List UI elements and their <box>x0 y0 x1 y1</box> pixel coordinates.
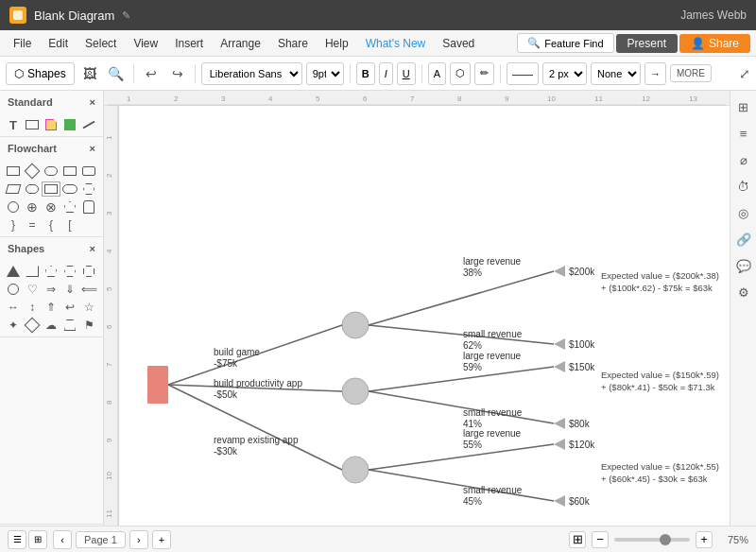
fc-hex[interactable] <box>81 181 96 197</box>
zoom-fit-btn[interactable]: ⊞ <box>569 531 586 548</box>
fc-rect2[interactable] <box>62 164 77 179</box>
rt-btn-2[interactable]: ≡ <box>733 123 754 144</box>
edit-icon[interactable]: ✎ <box>122 9 130 22</box>
line-shape[interactable] <box>81 117 96 132</box>
fc-circle[interactable] <box>6 199 21 215</box>
arrow-dir-btn[interactable]: → <box>644 62 666 85</box>
fc-rounded[interactable] <box>43 164 59 179</box>
menu-saved[interactable]: Saved <box>435 34 482 53</box>
fc-bracebrace[interactable]: { <box>43 217 59 233</box>
green-shape[interactable] <box>62 117 77 132</box>
image-insert-btn[interactable]: 🖼 <box>78 62 101 85</box>
sh-pent2[interactable] <box>62 318 77 333</box>
canvas-area[interactable]: 1 2 3 4 5 6 7 8 9 10 11 12 13 14 1 2 <box>104 91 756 552</box>
list-view-btn[interactable]: ☰ <box>8 530 26 549</box>
menu-insert[interactable]: Insert <box>167 34 211 53</box>
sh-bent[interactable]: ↩ <box>62 300 77 315</box>
rt-btn-6[interactable]: 🔗 <box>733 229 754 250</box>
flowchart-close[interactable]: × <box>90 143 95 154</box>
fc-parallelogram[interactable] <box>6 181 21 197</box>
arrow-select[interactable]: None <box>591 62 641 85</box>
sh-larrow[interactable]: ⟸ <box>81 282 96 297</box>
sh-rarrow[interactable]: ⇒ <box>43 282 59 297</box>
menu-help[interactable]: Help <box>318 34 356 53</box>
rt-btn-1[interactable]: ⊞ <box>733 96 754 117</box>
line-style-btn[interactable]: —— <box>507 62 539 85</box>
sh-varrow[interactable]: ↕ <box>25 300 40 315</box>
zoom-slider[interactable] <box>614 538 690 542</box>
fc-bracket[interactable]: } <box>6 217 21 233</box>
underline-btn[interactable]: U <box>397 62 416 85</box>
sh-harrow[interactable]: ↔ <box>6 300 21 315</box>
zoom-thumb[interactable] <box>660 534 671 545</box>
note-shape[interactable] <box>43 117 59 132</box>
fc-cross[interactable]: ⊕ <box>25 199 40 215</box>
sh-cloud[interactable]: ☁ <box>43 318 59 333</box>
sh-star2[interactable]: ✦ <box>6 318 21 333</box>
zoom-out-btn[interactable]: − <box>592 531 609 548</box>
fc-oval[interactable] <box>62 181 77 197</box>
more-btn[interactable]: MORE <box>670 64 712 82</box>
shapes-button[interactable]: ⬡ Shapes <box>6 62 75 85</box>
menu-whats-new[interactable]: What's New <box>358 34 434 53</box>
rt-btn-4[interactable]: ⏱ <box>733 176 754 197</box>
flowchart-header[interactable]: Flowchart × <box>0 137 103 160</box>
grid-view-btn[interactable]: ⊞ <box>28 530 47 549</box>
rt-btn-3[interactable]: ⌀ <box>733 149 754 170</box>
fc-x[interactable]: ⊗ <box>43 199 59 215</box>
prev-page-btn[interactable]: ‹ <box>53 530 72 549</box>
line-width-select[interactable]: 2 px <box>542 62 587 85</box>
sh-hex[interactable] <box>62 264 77 279</box>
sh-flag[interactable]: ⚑ <box>81 318 96 333</box>
menu-view[interactable]: View <box>126 34 165 53</box>
sh-diamond[interactable] <box>25 318 40 333</box>
present-button[interactable]: Present <box>616 34 678 53</box>
font-size-select[interactable]: 9pt <box>306 62 344 85</box>
canvas[interactable]: build game -$75k build productivity app … <box>119 106 730 544</box>
standard-header[interactable]: Standard × <box>0 91 103 113</box>
fill-color-btn[interactable]: ⬡ <box>450 62 471 85</box>
next-page-btn[interactable]: › <box>129 530 148 549</box>
menu-file[interactable]: File <box>6 34 39 53</box>
fc-diamond[interactable] <box>25 164 40 179</box>
sh-darrow[interactable]: ⇓ <box>62 282 77 297</box>
sh-circle[interactable] <box>6 282 21 297</box>
italic-btn[interactable]: I <box>379 62 393 85</box>
text-shape[interactable]: T <box>6 117 21 132</box>
line-color-btn[interactable]: ✏ <box>474 62 494 85</box>
expand-btn[interactable]: ⤢ <box>739 66 750 81</box>
fc-rect[interactable] <box>6 164 21 179</box>
fc-dbl-rect[interactable] <box>43 181 59 197</box>
fc-rect3[interactable] <box>81 164 96 179</box>
menu-arrange[interactable]: Arrange <box>213 34 268 53</box>
standard-close[interactable]: × <box>90 96 95 108</box>
sh-tri[interactable] <box>6 264 21 279</box>
bold-btn[interactable]: B <box>356 62 375 85</box>
sh-pent[interactable] <box>43 264 59 279</box>
fc-cyl[interactable] <box>81 199 96 215</box>
rt-btn-7[interactable]: 💬 <box>733 255 754 276</box>
rt-btn-8[interactable]: ⚙ <box>733 282 754 302</box>
feature-find-btn[interactable]: 🔍 Feature Find <box>517 33 613 53</box>
zoom-in-btn[interactable]: + <box>696 531 713 548</box>
fc-misc[interactable]: [ <box>62 217 77 233</box>
shapes-header[interactable]: Shapes × <box>0 237 103 260</box>
undo-btn[interactable]: ↩ <box>140 62 163 85</box>
fc-pent[interactable] <box>62 199 77 215</box>
shapes-close[interactable]: × <box>90 243 95 254</box>
menu-select[interactable]: Select <box>77 34 124 53</box>
sh-star[interactable]: ☆ <box>81 300 96 315</box>
add-page-btn[interactable]: + <box>152 530 171 549</box>
sh-heart[interactable]: ♡ <box>25 282 40 297</box>
font-color-btn[interactable]: A <box>428 62 446 85</box>
redo-btn[interactable]: ↪ <box>166 62 189 85</box>
font-family-select[interactable]: Liberation Sans <box>201 62 302 85</box>
rect-shape[interactable] <box>25 117 40 132</box>
fc-brace[interactable]: = <box>25 217 40 233</box>
sh-oct[interactable] <box>81 264 96 279</box>
sh-uarrow[interactable]: ⇑ <box>43 300 59 315</box>
menu-edit[interactable]: Edit <box>41 34 76 53</box>
menu-share[interactable]: Share <box>270 34 316 53</box>
share-button[interactable]: 👤 Share <box>679 34 750 53</box>
search-btn[interactable]: 🔍 <box>105 62 128 85</box>
